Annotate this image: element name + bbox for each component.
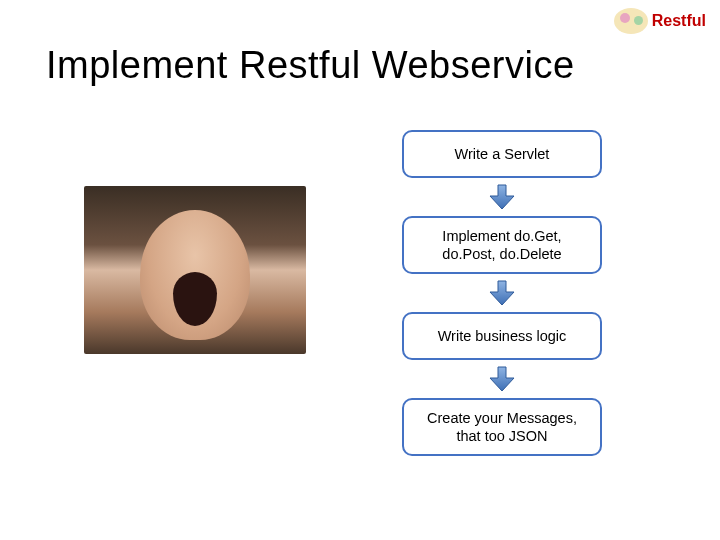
page-title: Implement Restful Webservice: [46, 44, 575, 87]
flow-step-2-label: Implement do.Get, do.Post, do.Delete: [418, 227, 586, 263]
flow-step-3: Write business logic: [402, 312, 602, 360]
flow-step-2: Implement do.Get, do.Post, do.Delete: [402, 216, 602, 274]
flow-step-4: Create your Messages, that too JSON: [402, 398, 602, 456]
brand-label: Restful: [652, 12, 706, 30]
brand-header: Restful: [614, 8, 706, 34]
flow-step-1: Write a Servlet: [402, 130, 602, 178]
arrow-down-icon: [488, 184, 516, 210]
flow-step-4-label: Create your Messages, that too JSON: [418, 409, 586, 445]
flow-diagram: Write a Servlet Implement do.Get, do.Pos…: [372, 130, 632, 456]
flow-step-1-label: Write a Servlet: [455, 145, 550, 163]
brand-icon: [614, 8, 648, 34]
yawning-baby-photo: [84, 186, 306, 354]
arrow-down-icon: [488, 280, 516, 306]
arrow-down-icon: [488, 366, 516, 392]
flow-step-3-label: Write business logic: [438, 327, 567, 345]
